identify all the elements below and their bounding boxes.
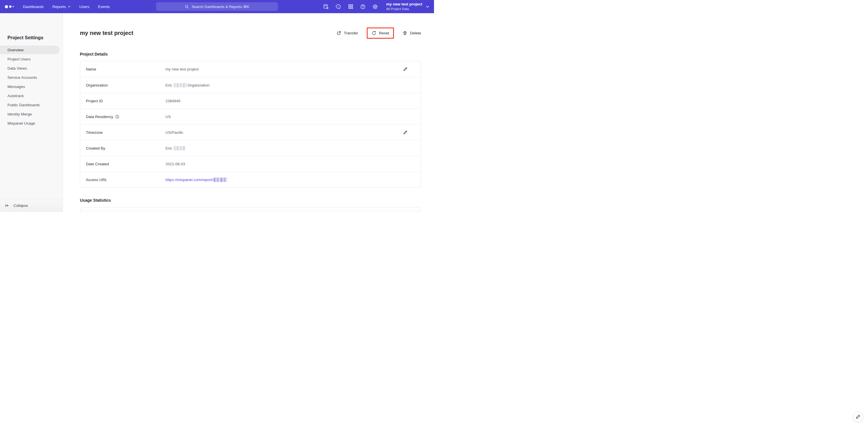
delete-button[interactable]: Delete [403, 31, 421, 35]
nav-item-label: Reports [52, 5, 66, 9]
usage-statistics-card [80, 207, 421, 212]
chevron-down-icon [68, 5, 71, 8]
row-value: EricOrganization [165, 83, 210, 87]
edit-timezone-button[interactable] [403, 130, 415, 135]
trash-icon [403, 31, 407, 35]
transfer-label: Transfer [344, 31, 358, 35]
sidebar-nav: Overview Project Users Data Views Servic… [0, 46, 63, 128]
sidebar-item-label: Data Views [7, 66, 27, 70]
redacted-blur [174, 83, 187, 87]
sidebar-item-overview[interactable]: Overview [0, 46, 60, 54]
sidebar-item-label: Public Dashboards [7, 103, 40, 107]
reset-button[interactable]: Reset [372, 31, 389, 35]
sidebar-collapse-button[interactable]: Collapse [0, 199, 63, 212]
detail-row-date-created: Date Created 2021-06-03 [80, 156, 421, 172]
nav-item-reports[interactable]: Reports [52, 5, 71, 9]
project-details-card: Name my new test project Organization Er… [80, 61, 421, 188]
value-prefix: Eric [165, 83, 172, 87]
edit-name-button[interactable] [403, 67, 415, 72]
row-label: Organization [86, 83, 165, 87]
row-value: US/Pacific [165, 130, 183, 135]
sidebar-title: Project Settings [7, 35, 63, 40]
sidebar-item-label: Autotrack [7, 94, 24, 98]
detail-row-access-url: Access URL https://mixpanel.com/report/ [80, 172, 421, 187]
value-prefix: Eric [165, 146, 172, 150]
row-value: my new test project [165, 67, 199, 71]
row-value: US [165, 115, 171, 119]
nav-item-label: Users [79, 5, 89, 9]
detail-row-created-by: Created By Eric [80, 140, 421, 156]
nav-item-label: Dashboards [23, 5, 44, 9]
project-actions: Transfer Reset [336, 28, 421, 39]
sidebar-item-public-dashboards[interactable]: Public Dashboards [0, 100, 63, 109]
project-details-heading: Project Details [80, 52, 434, 56]
row-value: Eric [165, 146, 186, 150]
pencil-icon [403, 67, 408, 72]
sidebar-item-label: Service Accounts [7, 75, 37, 80]
reset-label: Reset [379, 31, 389, 35]
detail-row-timezone: Timezone US/Pacific [80, 124, 421, 140]
top-navigation: Dashboards Reports Users Events Search D… [0, 0, 434, 13]
project-switcher[interactable]: my new test project All Project Data [386, 2, 429, 11]
row-label: Data Residency [86, 115, 165, 119]
page-title: my new test project [80, 30, 133, 36]
row-label: Created By [86, 146, 165, 150]
mixpanel-logo-icon[interactable] [5, 5, 14, 8]
feedback-icon[interactable] [335, 3, 342, 10]
sidebar-item-service-accounts[interactable]: Service Accounts [0, 73, 63, 82]
reset-icon [372, 31, 376, 35]
sidebar-item-label: Identity Merge [7, 112, 32, 116]
nav-right-cluster: my new test project All Project Data [323, 2, 429, 11]
nav-item-label: Events [98, 5, 110, 9]
search-icon [185, 5, 189, 9]
usage-statistics-heading: Usage Statistics [80, 198, 434, 202]
current-project-scope: All Project Data [386, 7, 422, 11]
main-content: my new test project Transfer [63, 13, 434, 212]
nav-item-events[interactable]: Events [98, 5, 110, 9]
collapse-icon [5, 203, 9, 208]
help-icon[interactable] [360, 3, 366, 10]
detail-row-data-residency: Data Residency US [80, 109, 421, 124]
sidebar-item-mixpanel-usage[interactable]: Mixpanel Usage [0, 119, 63, 128]
sidebar-item-identity-merge[interactable]: Identity Merge [0, 109, 63, 119]
settings-gear-icon[interactable] [372, 3, 378, 10]
redacted-blur [174, 146, 185, 150]
sidebar-item-label: Project Users [7, 57, 31, 61]
apps-grid-icon[interactable] [347, 3, 354, 10]
detail-row-name: Name my new test project [80, 61, 421, 77]
global-search-input[interactable]: Search Dashboards & Reports ⌘K [156, 2, 278, 11]
sidebar-item-label: Messages [7, 85, 25, 89]
redacted-blur [214, 178, 227, 182]
chevron-down-icon [426, 5, 429, 8]
row-value: 2384945 [165, 99, 181, 103]
sidebar-item-label: Overview [7, 48, 24, 52]
nav-item-users[interactable]: Users [79, 5, 89, 9]
search-placeholder: Search Dashboards & Reports ⌘K [191, 5, 249, 9]
row-label: Date Created [86, 162, 165, 166]
current-project-name: my new test project [386, 2, 422, 7]
data-management-icon[interactable] [323, 3, 329, 10]
transfer-button[interactable]: Transfer [336, 31, 358, 35]
transfer-icon [336, 31, 341, 35]
reset-highlight-annotation: Reset [367, 28, 394, 39]
link-text: https://mixpanel.com/report/ [165, 178, 213, 182]
row-label: Access URL [86, 178, 165, 182]
sidebar-item-messages[interactable]: Messages [0, 82, 63, 91]
primary-nav: Dashboards Reports Users Events [23, 5, 110, 9]
value-suffix: Organization [187, 83, 210, 87]
delete-label: Delete [410, 31, 421, 35]
sidebar-item-autotrack[interactable]: Autotrack [0, 91, 63, 100]
sidebar-item-data-views[interactable]: Data Views [0, 64, 63, 73]
row-label: Project ID [86, 99, 165, 103]
collapse-label: Collapse [13, 203, 28, 208]
access-url-link[interactable]: https://mixpanel.com/report/ [165, 178, 228, 182]
settings-sidebar: Project Settings Overview Project Users … [0, 13, 63, 212]
detail-row-organization: Organization EricOrganization [80, 77, 421, 93]
row-label: Name [86, 67, 165, 71]
sidebar-item-project-users[interactable]: Project Users [0, 54, 63, 64]
info-icon[interactable] [115, 115, 119, 119]
sidebar-item-label: Mixpanel Usage [7, 121, 35, 125]
row-label: Timezone [86, 130, 165, 135]
nav-item-dashboards[interactable]: Dashboards [23, 5, 44, 9]
row-label-text: Data Residency [86, 115, 113, 119]
